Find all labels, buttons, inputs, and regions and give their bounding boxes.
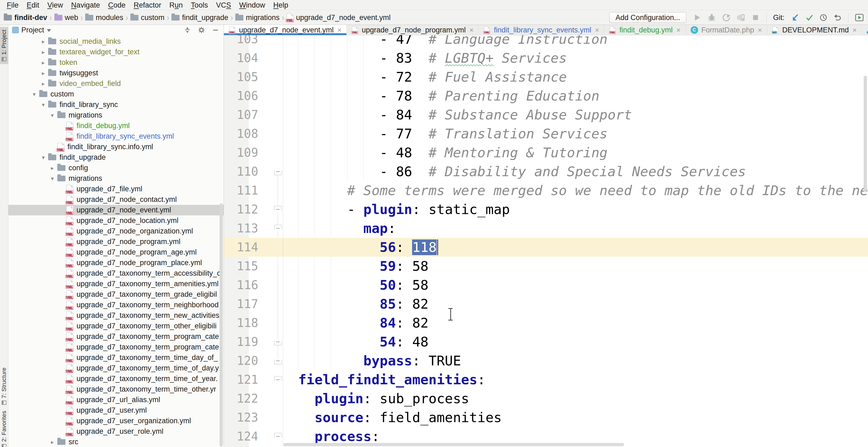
tab-close-icon[interactable]: × [852,26,857,34]
menu-refactor[interactable]: Refactor [129,0,165,10]
fold-collapse-icon[interactable] [274,206,282,213]
editor-tab[interactable]: YMLfindit_library_sync_events.yml× [478,25,604,35]
tree-row[interactable]: ▾findit_upgrade [8,152,224,163]
tree-toggle-icon[interactable]: ▸ [50,437,55,447]
tree-toggle-icon[interactable]: ▸ [50,163,55,173]
fold-collapse-icon[interactable] [274,225,282,232]
stop-icon[interactable] [751,13,760,22]
tree-row[interactable]: YMLupgrade_d7_taxonomy_term_time_of_year… [8,374,224,384]
editor-vertical-scrollbar[interactable] [864,76,867,192]
tree-row[interactable]: YMLupgrade_d7_taxonomy_term_program_cate [8,342,224,352]
tree-row[interactable]: YMLupgrade_d7_node_location.yml [8,215,224,226]
settings-gear-icon[interactable] [197,26,206,34]
history-clock-icon[interactable] [819,13,828,22]
breadcrumb-item[interactable]: modules [85,13,123,22]
tree-row[interactable]: ▸textarea_widget_for_text [8,47,224,57]
profiler-icon[interactable] [737,13,745,22]
breadcrumb-item[interactable]: findit-dev [4,13,47,22]
update-project-icon[interactable] [791,13,800,22]
editor-horizontal-scrollbar[interactable] [283,443,624,446]
tree-toggle-icon[interactable]: ▸ [40,68,46,78]
chevron-down-icon[interactable] [47,29,51,32]
editor-tab[interactable]: MD [862,25,868,35]
coverage-icon[interactable] [722,13,731,22]
menu-vcs[interactable]: VCS [212,0,235,10]
tree-row[interactable]: YMLupgrade_d7_taxonomy_term_accessibilit… [8,268,224,279]
tree-row[interactable]: ▸social_media_links [8,36,224,47]
tab-close-icon[interactable]: × [676,26,680,34]
tree-row[interactable]: ▾custom [8,89,224,99]
tree-row[interactable]: YMLupgrade_d7_taxonomy_term_time_day_of_ [8,352,224,363]
menu-edit[interactable]: Edit [23,0,43,10]
fold-collapse-icon[interactable] [274,433,282,440]
tree-row[interactable]: YMLupgrade_d7_node_organization.yml [8,226,224,236]
tree-row[interactable]: YMLupgrade_d7_user_organization.yml [8,416,224,426]
tree-row[interactable]: YMLupgrade_d7_taxonomy_term_time_other.y… [8,384,224,394]
project-panel-title[interactable]: Project [21,26,44,34]
commit-check-icon[interactable] [805,13,814,22]
tree-row[interactable]: YMLupgrade_d7_taxonomy_term_amenities.ym… [8,279,224,289]
tree-toggle-icon[interactable]: ▾ [32,89,37,99]
editor-tab[interactable]: YMLfindit_debug.yml× [604,25,686,35]
breadcrumb-item[interactable]: custom [130,13,164,22]
tree-row[interactable]: YMLupgrade_d7_node_program.yml [8,236,224,247]
breadcrumb-item[interactable]: web [54,13,79,22]
menu-help[interactable]: Help [269,0,292,10]
tree-toggle-icon[interactable]: ▸ [40,78,46,89]
tree-row[interactable]: ▸config [8,163,224,173]
run-play-icon[interactable] [693,13,702,22]
breadcrumb-item[interactable]: migrations [235,13,280,22]
tree-toggle-icon[interactable]: ▸ [40,47,46,57]
hide-panel-icon[interactable] [211,26,220,34]
menu-file[interactable]: File [3,0,23,10]
fold-collapse-icon[interactable] [274,376,282,383]
tree-toggle-icon[interactable]: ▾ [50,110,55,121]
menu-code[interactable]: Code [104,0,130,10]
rollback-icon[interactable] [833,13,842,22]
editor-tab[interactable]: CFormatDate.php× [686,25,767,35]
tool-window-button-structure[interactable]: 7: Structure [0,365,8,408]
tab-close-icon[interactable]: × [338,26,342,34]
tree-row[interactable]: YMLupgrade_d7_url_alias.yml [8,394,224,405]
menu-run[interactable]: Run [165,0,187,10]
menu-tools[interactable]: Tools [187,0,212,10]
breadcrumb-item[interactable]: findit_upgrade [172,13,228,22]
fold-end-icon[interactable] [274,168,282,175]
fold-end-icon[interactable] [274,338,282,345]
tree-row[interactable]: ▸video_embed_field [8,78,224,89]
project-tree-scrollbar[interactable] [220,203,223,446]
tree-row[interactable]: ▾migrations [8,173,224,184]
tab-close-icon[interactable]: × [469,26,473,34]
tree-row[interactable]: YMLupgrade_d7_node_program_age.yml [8,247,224,258]
tree-row[interactable]: YMLupgrade_d7_taxonomy_term_time_of_day.… [8,363,224,374]
tree-row[interactable]: YMLupgrade_d7_node_program_place.yml [8,258,224,268]
tree-toggle-icon[interactable]: ▾ [40,99,46,110]
tool-window-button-project[interactable]: 1: Project [0,27,8,64]
tree-row[interactable]: ▸twigsuggest [8,68,224,78]
tree-row[interactable]: YMLupgrade_d7_user.yml [8,405,224,416]
tree-row[interactable]: YMLupgrade_d7_taxonomy_term_program_cate [8,331,224,342]
tree-row[interactable]: ▾findit_library_sync [8,99,224,110]
menu-navigate[interactable]: Navigate [67,0,104,10]
tool-window-button-favorites[interactable]: 2: Favorites [0,408,8,447]
breadcrumb-item[interactable]: YMLupgrade_d7_node_event.yml [287,13,391,22]
tree-row[interactable]: YMLupgrade_d7_node_contact.yml [8,194,224,205]
tree-row[interactable]: ▾migrations [8,110,224,121]
tab-close-icon[interactable]: × [595,26,599,34]
tree-row[interactable]: YMLfindit_library_sync_events.yml [8,131,224,141]
menu-window[interactable]: Window [235,0,269,10]
fold-end-icon[interactable] [274,357,282,364]
tree-row[interactable]: YMLupgrade_d7_taxonomy_term_grade_eligib… [8,289,224,300]
tree-row[interactable]: YMLfindit_library_sync.info.yml [8,141,224,152]
tree-toggle-icon[interactable]: ▸ [40,57,46,68]
tree-row[interactable]: ▸src [8,437,224,447]
add-configuration-button[interactable]: Add Configuration... [609,12,686,23]
tree-row[interactable]: YMLupgrade_d7_file.yml [8,184,224,194]
tree-toggle-icon[interactable]: ▾ [40,152,46,163]
collapse-all-icon[interactable] [183,26,192,34]
tree-row[interactable]: YMLupgrade_d7_user_role.yml [8,426,224,437]
tree-toggle-icon[interactable]: ▸ [40,36,46,47]
editor-tab[interactable]: YMLupgrade_d7_node_event.yml× [224,25,347,35]
tree-row[interactable]: ▸token [8,57,224,68]
editor-tab[interactable]: YMLupgrade_d7_node_program.yml× [347,25,478,35]
